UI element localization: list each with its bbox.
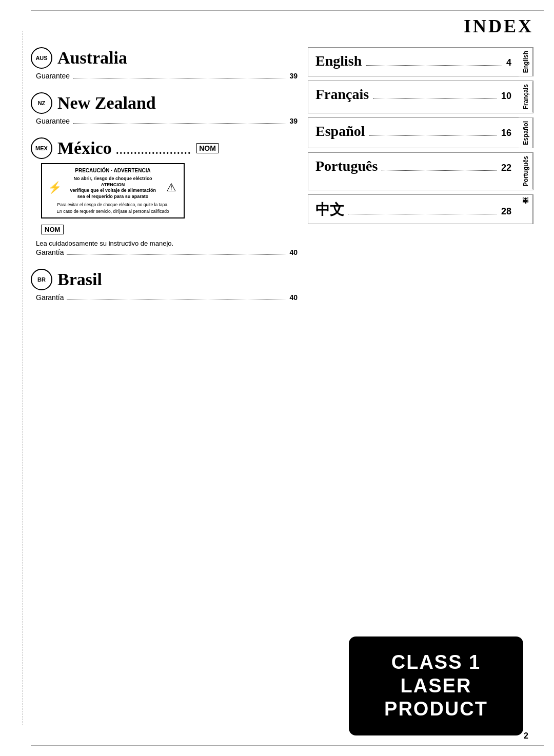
class-laser-line2: LASER PRODUCT — [359, 674, 513, 721]
new-zealand-section: NZ New Zealand Guarantee 39 — [31, 92, 298, 125]
mexico-lea-text: Lea cuidadosamente su instructivo de man… — [36, 240, 298, 247]
brasil-header: BR Brasil — [31, 269, 298, 290]
francais-side-label: Français — [519, 81, 533, 112]
mexico-badge: MEX — [31, 137, 52, 159]
espanol-dots — [369, 135, 497, 136]
english-label: English — [315, 53, 362, 69]
class-laser-line1: CLASS 1 — [391, 651, 481, 674]
espanol-tab-row: Español 16 Español — [308, 117, 533, 149]
left-column: AUS Australia Guarantee 39 NZ New Zealan… — [31, 47, 298, 314]
english-tab-content: English 4 — [315, 53, 511, 69]
mexico-name: México ..................... — [57, 138, 191, 158]
chinese-page: 28 — [501, 206, 511, 217]
chinese-side-label: 中文 — [519, 195, 533, 224]
mexico-nom-badge: NOM — [196, 143, 219, 153]
francais-tab-content: Français 10 — [315, 86, 511, 103]
nom-attencion-label: ATENCION — [101, 182, 125, 187]
australia-dots — [73, 78, 286, 78]
mexico-header: MEX México ..................... NOM — [31, 137, 298, 159]
brasil-name: Brasil — [57, 270, 102, 289]
brasil-garantia-dots — [67, 300, 286, 300]
mexico-garantia-label: Garantía — [36, 248, 64, 256]
australia-name: Australia — [57, 48, 127, 68]
mexico-garantia-page: 40 — [289, 248, 298, 256]
espanol-page: 16 — [501, 128, 511, 138]
brasil-garantia-page: 40 — [289, 293, 298, 302]
mexico-section: MEX México ..................... NOM PRE… — [31, 137, 298, 256]
nom-warning-line2: Verifíque que el voltaje de alimentación — [70, 188, 156, 194]
chinese-label: 中文 — [315, 200, 344, 220]
nom-warning-title: PRECAUCIÓN · ADVERTENCIA — [47, 167, 179, 174]
espanol-side-label: Español — [519, 118, 533, 148]
english-tab-row: English 4 English — [308, 47, 533, 76]
francais-tab-row: Français 10 Français — [308, 81, 533, 113]
page-number: 2 — [524, 731, 528, 741]
new-zealand-name: New Zealand — [57, 93, 156, 113]
page: INDEX AUS Australia Guarantee 39 NZ — [0, 0, 554, 756]
new-zealand-badge: NZ — [31, 92, 52, 114]
portugues-tab-content: Português 22 — [315, 158, 511, 174]
francais-label: Français — [315, 86, 369, 103]
english-side-label: English — [519, 48, 533, 76]
index-title: INDEX — [31, 15, 533, 37]
francais-page: 10 — [501, 91, 511, 102]
brasil-section: BR Brasil Garantía 40 — [31, 269, 298, 302]
australia-guarantee-page: 39 — [289, 72, 298, 80]
brasil-garantia-label: Garantía — [36, 293, 64, 302]
warning-icons-row: ⚡ No abrir, riesgo de choque eléctrico A… — [47, 176, 179, 200]
right-column: English 4 English Français 10 — [298, 47, 533, 314]
new-zealand-guarantee-label: Guarantee — [36, 117, 70, 125]
warning-triangle-left: ⚡ — [47, 182, 62, 194]
mexico-garantia-line: Garantía 40 — [31, 248, 298, 256]
new-zealand-guarantee-page: 39 — [289, 117, 298, 125]
nom-warning-line3: sea el requerido para su aparato — [70, 194, 156, 200]
espanol-tab-content: Español 16 — [315, 123, 511, 140]
francais-tab-main: Français 10 — [308, 81, 519, 112]
portugues-tab-row: Português 22 Português — [308, 152, 533, 190]
new-zealand-header: NZ New Zealand — [31, 92, 298, 114]
left-decoration — [21, 31, 26, 725]
portugues-tab-main: Português 22 — [308, 153, 519, 189]
chinese-dots — [348, 214, 497, 214]
nom-label-center: NOM — [41, 225, 64, 234]
portugues-page: 22 — [501, 163, 511, 173]
portugues-side-label: Português — [519, 153, 533, 189]
espanol-tab-main: Español 16 — [308, 118, 519, 148]
chinese-tab-main: 中文 28 — [308, 195, 519, 224]
nom-attencion: No abrir, riesgo de choque eléctrico ATE… — [70, 176, 156, 200]
portugues-label: Português — [315, 158, 378, 174]
warning-triangle-right: ⚠ — [164, 182, 179, 194]
main-content: AUS Australia Guarantee 39 NZ New Zealan… — [31, 47, 533, 314]
australia-section: AUS Australia Guarantee 39 — [31, 47, 298, 80]
english-dots — [366, 65, 502, 66]
brasil-badge: BR — [31, 269, 52, 290]
portugues-dots — [382, 170, 497, 171]
language-tabs: English 4 English Français 10 — [308, 47, 533, 224]
nom-warning-line1: No abrir, riesgo de choque eléctrico — [70, 176, 156, 182]
espanol-label: Español — [315, 123, 365, 140]
brasil-garantia-line: Garantía 40 — [31, 293, 298, 302]
nom-warning-box: PRECAUCIÓN · ADVERTENCIA ⚡ No abrir, rie… — [41, 163, 185, 218]
english-page: 4 — [506, 57, 511, 68]
nom-warning-footer-line4: Para evitar el riesgo de choque eléctric… — [47, 202, 179, 208]
class-laser-box: CLASS 1 LASER PRODUCT — [349, 636, 523, 735]
francais-dots — [373, 98, 497, 99]
english-tab-main: English 4 — [308, 48, 519, 76]
australia-header: AUS Australia — [31, 47, 298, 69]
australia-badge: AUS — [31, 47, 52, 69]
chinese-tab-row: 中文 28 中文 — [308, 194, 533, 224]
new-zealand-dots — [73, 123, 286, 124]
australia-guarantee-label: Guarantee — [36, 72, 70, 80]
mexico-dots: ..................... — [116, 145, 191, 156]
new-zealand-guarantee-line: Guarantee 39 — [31, 117, 298, 125]
chinese-tab-content: 中文 28 — [315, 200, 511, 220]
mexico-garantia-dots — [67, 254, 286, 255]
australia-guarantee-line: Guarantee 39 — [31, 72, 298, 80]
nom-warning-footer-line5: En caso de requerir servicio, diríjase a… — [47, 209, 179, 214]
